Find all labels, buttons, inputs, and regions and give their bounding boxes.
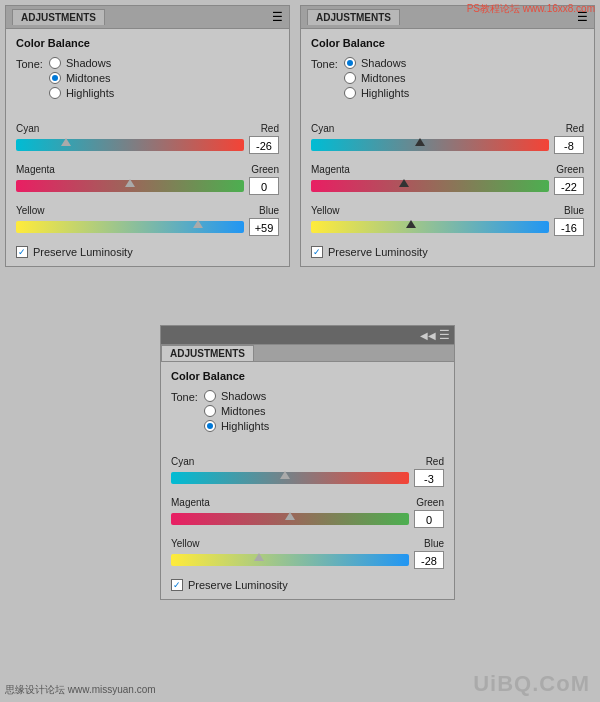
magenta-green-track-2[interactable] <box>311 180 549 192</box>
tone-highlights-label-2: Highlights <box>361 87 409 99</box>
tone-midtones-label-2: Midtones <box>361 72 406 84</box>
tone-highlights-3[interactable]: Highlights <box>204 420 269 432</box>
yellow-blue-track-container-3: -28 <box>171 551 444 569</box>
yellow-blue-track-1[interactable] <box>16 221 244 233</box>
panel-tab-3[interactable]: ADJUSTMENTS <box>161 345 254 361</box>
preserve-label-2: Preserve Luminosity <box>328 246 428 258</box>
green-label-1: Green <box>251 164 279 175</box>
preserve-luminosity-row-3: ✓ Preserve Luminosity <box>171 579 444 591</box>
cyan-red-thumb-2[interactable] <box>415 138 425 154</box>
radio-shadows-2[interactable] <box>344 57 356 69</box>
preserve-checkbox-1[interactable]: ✓ <box>16 246 28 258</box>
yellow-label-2: Yellow <box>311 205 340 216</box>
cyan-red-value-1[interactable]: -26 <box>249 136 279 154</box>
tone-midtones-3[interactable]: Midtones <box>204 405 269 417</box>
magenta-green-value-2[interactable]: -22 <box>554 177 584 195</box>
yellow-blue-slider-1: Yellow Blue +59 <box>16 205 279 236</box>
magenta-green-thumb-2[interactable] <box>399 179 409 195</box>
magenta-green-track-1[interactable] <box>16 180 244 192</box>
tone-midtones-1[interactable]: Midtones <box>49 72 114 84</box>
panel-content-3: Color Balance Tone: Shadows Midtones Hig… <box>161 362 454 599</box>
blue-label-1: Blue <box>259 205 279 216</box>
cyan-red-slider-3: Cyan Red -3 <box>171 456 444 487</box>
panel-menu-icon-3[interactable]: ☰ <box>439 328 450 342</box>
yellow-blue-value-1[interactable]: +59 <box>249 218 279 236</box>
radio-highlights-1[interactable] <box>49 87 61 99</box>
yellow-blue-thumb-3[interactable] <box>254 553 264 569</box>
yellow-blue-value-3[interactable]: -28 <box>414 551 444 569</box>
adjustments-panel-1: ADJUSTMENTS ☰ Color Balance Tone: Shadow… <box>5 5 290 267</box>
watermark-top: PS教程论坛 www.16xx8.com <box>467 2 595 16</box>
cyan-red-slider-1: Cyan Red -26 <box>16 123 279 154</box>
tone-radio-group-2: Shadows Midtones Highlights <box>344 57 409 99</box>
color-balance-title-3: Color Balance <box>171 370 444 382</box>
radio-shadows-3[interactable] <box>204 390 216 402</box>
panel-tab-1[interactable]: ADJUSTMENTS <box>12 9 105 25</box>
cyan-label-3: Cyan <box>171 456 194 467</box>
panel-header-1: ADJUSTMENTS ☰ <box>6 6 289 29</box>
magenta-label-3: Magenta <box>171 497 210 508</box>
magenta-label-2: Magenta <box>311 164 350 175</box>
yellow-blue-value-2[interactable]: -16 <box>554 218 584 236</box>
radio-highlights-2[interactable] <box>344 87 356 99</box>
magenta-green-track-container-3: 0 <box>171 510 444 528</box>
tone-midtones-2[interactable]: Midtones <box>344 72 409 84</box>
green-label-2: Green <box>556 164 584 175</box>
magenta-green-value-1[interactable]: 0 <box>249 177 279 195</box>
tone-midtones-label-1: Midtones <box>66 72 111 84</box>
cyan-red-track-2[interactable] <box>311 139 549 151</box>
yellow-blue-thumb-2[interactable] <box>406 220 416 236</box>
double-arrow-icon[interactable]: ◀◀ <box>420 330 436 341</box>
radio-midtones-3[interactable] <box>204 405 216 417</box>
magenta-green-thumb-1[interactable] <box>125 179 135 195</box>
cyan-red-value-2[interactable]: -8 <box>554 136 584 154</box>
cyan-red-track-3[interactable] <box>171 472 409 484</box>
yellow-blue-labels-1: Yellow Blue <box>16 205 279 216</box>
cyan-red-thumb-3[interactable] <box>280 471 290 487</box>
magenta-green-labels-3: Magenta Green <box>171 497 444 508</box>
radio-midtones-1[interactable] <box>49 72 61 84</box>
magenta-green-value-3[interactable]: 0 <box>414 510 444 528</box>
tone-highlights-2[interactable]: Highlights <box>344 87 409 99</box>
cyan-red-value-3[interactable]: -3 <box>414 469 444 487</box>
radio-highlights-3[interactable] <box>204 420 216 432</box>
preserve-label-3: Preserve Luminosity <box>188 579 288 591</box>
color-balance-title-2: Color Balance <box>311 37 584 49</box>
radio-midtones-2[interactable] <box>344 72 356 84</box>
panel-header-3: ◀◀ ☰ <box>161 326 454 345</box>
magenta-green-slider-2: Magenta Green -22 <box>311 164 584 195</box>
cyan-red-labels-3: Cyan Red <box>171 456 444 467</box>
tone-shadows-2[interactable]: Shadows <box>344 57 409 69</box>
tone-shadows-3[interactable]: Shadows <box>204 390 269 402</box>
panel-content-1: Color Balance Tone: Shadows Midtones Hig… <box>6 29 289 266</box>
cyan-red-track-1[interactable] <box>16 139 244 151</box>
cyan-red-track-container-2: -8 <box>311 136 584 154</box>
cyan-red-labels-1: Cyan Red <box>16 123 279 134</box>
cyan-label-2: Cyan <box>311 123 334 134</box>
magenta-green-labels-1: Magenta Green <box>16 164 279 175</box>
tone-radio-group-3: Shadows Midtones Highlights <box>204 390 269 432</box>
cyan-red-thumb-1[interactable] <box>61 138 71 154</box>
blue-label-2: Blue <box>564 205 584 216</box>
watermark-bottom-left: 思缘设计论坛 www.missyuan.com <box>5 683 156 697</box>
magenta-green-thumb-3[interactable] <box>285 512 295 528</box>
panel-tab-2[interactable]: ADJUSTMENTS <box>307 9 400 25</box>
panel-menu-icon-1[interactable]: ☰ <box>272 10 283 24</box>
tone-section-1: Tone: Shadows Midtones Highlights <box>16 57 279 111</box>
preserve-checkbox-3[interactable]: ✓ <box>171 579 183 591</box>
cyan-red-track-container-1: -26 <box>16 136 279 154</box>
cyan-red-track-container-3: -3 <box>171 469 444 487</box>
tone-section-2: Tone: Shadows Midtones Highlights <box>311 57 584 111</box>
tone-highlights-1[interactable]: Highlights <box>49 87 114 99</box>
yellow-blue-thumb-1[interactable] <box>193 220 203 236</box>
yellow-blue-track-2[interactable] <box>311 221 549 233</box>
yellow-blue-track-3[interactable] <box>171 554 409 566</box>
magenta-green-track-3[interactable] <box>171 513 409 525</box>
green-label-3: Green <box>416 497 444 508</box>
tone-shadows-1[interactable]: Shadows <box>49 57 114 69</box>
magenta-green-labels-2: Magenta Green <box>311 164 584 175</box>
tone-highlights-label-3: Highlights <box>221 420 269 432</box>
cyan-red-labels-2: Cyan Red <box>311 123 584 134</box>
preserve-checkbox-2[interactable]: ✓ <box>311 246 323 258</box>
radio-shadows-1[interactable] <box>49 57 61 69</box>
